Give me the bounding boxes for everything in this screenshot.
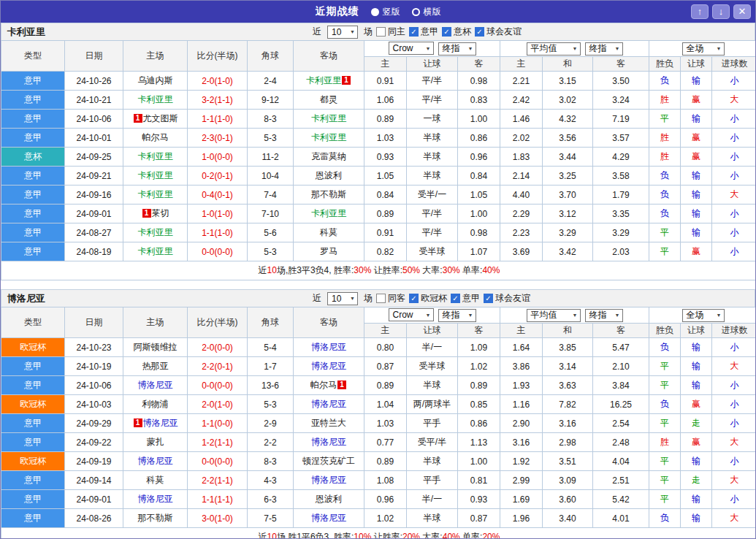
odds-cell: 0.84 bbox=[364, 186, 407, 204]
filter-checkbox-3[interactable]: ✓球会友谊 bbox=[475, 26, 522, 38]
chevron-down-icon: ▼ bbox=[717, 313, 722, 318]
away-team-cell: 博洛尼亚 bbox=[294, 338, 364, 357]
odds-group-2: 全场▼ bbox=[649, 307, 756, 324]
result-cell: 平 bbox=[649, 357, 681, 376]
select-value: 平均值 bbox=[531, 42, 557, 55]
close-button[interactable]: ✕ bbox=[733, 4, 751, 19]
odds-cell: 平/半 bbox=[407, 72, 458, 91]
date-cell: 24-10-23 bbox=[65, 338, 123, 357]
odds-source-select[interactable]: 终指▼ bbox=[438, 309, 476, 322]
odds-cell: 1.05 bbox=[364, 167, 407, 186]
column-header: 主场 bbox=[123, 41, 188, 72]
result-cell: 大 bbox=[712, 186, 756, 204]
odds-cell: 0.81 bbox=[458, 471, 500, 490]
move-up-button[interactable]: ↑ bbox=[691, 4, 709, 19]
odds-cell: 1.16 bbox=[500, 395, 543, 414]
layout-radio-horizontal[interactable]: 横版 bbox=[412, 6, 441, 18]
filter-checkbox-0[interactable]: 同客 bbox=[376, 292, 405, 305]
result-cell: 小 bbox=[712, 414, 756, 433]
checkbox-icon bbox=[376, 294, 386, 303]
odds-source-select[interactable]: 终指▼ bbox=[585, 42, 623, 56]
odds-cell: 两/两球半 bbox=[407, 395, 458, 414]
team-label: 帕尔马 bbox=[142, 132, 169, 142]
odds-source-select[interactable]: Crow▼ bbox=[389, 308, 434, 321]
team-label: 卡利亚里 bbox=[138, 170, 173, 180]
filter-checkbox-1[interactable]: ✓欧冠杯 bbox=[409, 292, 447, 305]
odds-cell: 2.29 bbox=[500, 204, 543, 223]
result-cell: 小 bbox=[712, 204, 756, 223]
select-value: 10 bbox=[332, 27, 341, 37]
select-value: 平均值 bbox=[531, 309, 557, 321]
result-cell: 负 bbox=[649, 395, 681, 414]
move-down-button[interactable]: ↓ bbox=[712, 4, 730, 19]
odds-source-select[interactable]: 全场▼ bbox=[682, 309, 725, 322]
result-cell: 小 bbox=[712, 242, 756, 261]
odds-cell: 1.00 bbox=[458, 452, 500, 471]
odds-cell: 1.07 bbox=[458, 242, 500, 261]
home-team-cell: 卡利亚里 bbox=[123, 186, 188, 204]
filter-checkbox-2[interactable]: ✓意杯 bbox=[442, 26, 471, 38]
games-label: 场 bbox=[364, 292, 373, 305]
odds-cell: 4.40 bbox=[500, 186, 543, 204]
select-value: 10 bbox=[332, 294, 341, 304]
corners-cell: 8-3 bbox=[248, 452, 294, 471]
odds-cell: 3.02 bbox=[543, 91, 593, 110]
result-cell: 赢 bbox=[681, 242, 712, 261]
match-row: 意甲24-09-291博洛尼亚1-1(0-0)2-9亚特兰大1.03平手0.86… bbox=[1, 414, 756, 433]
subcolumn-header: 客 bbox=[458, 324, 500, 338]
red-card-badge: 1 bbox=[337, 381, 346, 389]
league-type-cell: 意甲 bbox=[1, 223, 65, 242]
odds-cell: 平手 bbox=[407, 471, 458, 490]
filter-checkbox-3[interactable]: ✓球会友谊 bbox=[484, 292, 530, 305]
chevron-down-icon: ▼ bbox=[573, 313, 578, 318]
odds-cell: 3.29 bbox=[593, 223, 649, 242]
odds-cell: 0.89 bbox=[364, 452, 407, 471]
odds-cell: 3.16 bbox=[500, 433, 543, 452]
corners-cell: 2-4 bbox=[248, 72, 294, 91]
odds-group-0: Crow▼终指▼ bbox=[364, 41, 500, 57]
filter-checkbox-1[interactable]: ✓意甲 bbox=[409, 26, 438, 38]
odds-source-select[interactable]: 终指▼ bbox=[438, 42, 476, 56]
team-name: 卡利亚里 bbox=[1, 26, 45, 39]
result-cell: 平 bbox=[649, 242, 681, 261]
results-table: 类型日期主场比分(半场)角球客场Crow▼终指▼平均值▼终指▼全场▼主让球客主和… bbox=[1, 307, 756, 539]
corners-cell: 4-3 bbox=[248, 471, 294, 490]
odds-source-select[interactable]: 全场▼ bbox=[682, 42, 725, 56]
checkbox-icon: ✓ bbox=[475, 27, 484, 37]
team-label: 恩波利 bbox=[316, 170, 342, 180]
match-count-select[interactable]: 10▼ bbox=[327, 26, 358, 39]
select-value: Crow bbox=[393, 310, 413, 320]
checkbox-icon: ✓ bbox=[484, 294, 493, 303]
home-team-cell: 卡利亚里 bbox=[123, 91, 188, 110]
team-label: 卡利亚里 bbox=[138, 189, 173, 199]
result-cell: 小 bbox=[712, 129, 756, 148]
date-cell: 24-09-25 bbox=[65, 148, 123, 167]
column-header: 类型 bbox=[1, 307, 65, 338]
select-value: 终指 bbox=[589, 309, 607, 321]
radio-selected-icon bbox=[371, 8, 379, 16]
odds-cell: 0.89 bbox=[364, 376, 407, 395]
filter-checkbox-2[interactable]: ✓意甲 bbox=[451, 292, 480, 305]
summary-row: 近10场,胜1平6负3, 胜率:10% 让胜率:20% 大率:40% 单率:20… bbox=[1, 528, 756, 539]
odds-source-select[interactable]: 平均值▼ bbox=[527, 42, 581, 56]
team-label: 莱切 bbox=[152, 208, 169, 218]
odds-source-select[interactable]: 平均值▼ bbox=[527, 309, 581, 322]
filter-checkbox-0[interactable]: 同主 bbox=[376, 26, 405, 38]
layout-radio-vertical[interactable]: 竖版 bbox=[371, 6, 400, 18]
date-cell: 24-10-01 bbox=[65, 129, 123, 148]
team-label: 克雷莫纳 bbox=[311, 151, 346, 161]
match-count-select[interactable]: 10▼ bbox=[327, 292, 358, 305]
odds-cell: 0.86 bbox=[458, 129, 500, 148]
match-row: 欧冠杯24-09-19博洛尼亚0-0(0-0)8-3顿涅茨克矿工0.89半球1.… bbox=[1, 452, 756, 471]
score-cell: 0-2(0-1) bbox=[188, 167, 248, 186]
chevron-down-icon: ▼ bbox=[468, 46, 473, 51]
odds-cell: 3.15 bbox=[543, 72, 593, 91]
odds-source-select[interactable]: 终指▼ bbox=[585, 309, 623, 322]
odds-source-select[interactable]: Crow▼ bbox=[389, 42, 434, 55]
odds-cell: 1.93 bbox=[500, 376, 543, 395]
away-team-cell: 卡利亚里1 bbox=[294, 72, 364, 91]
odds-cell: 受半球 bbox=[407, 357, 458, 376]
odds-cell: 3.85 bbox=[543, 338, 593, 357]
team-label: 亚特兰大 bbox=[311, 418, 346, 428]
result-cell: 赢 bbox=[681, 395, 712, 414]
